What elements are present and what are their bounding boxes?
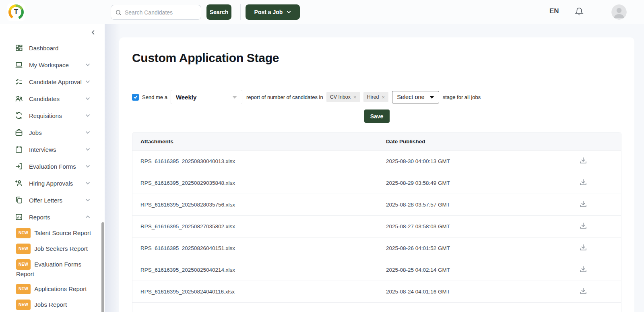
subitem-label: Jobs Report (34, 301, 67, 308)
save-button[interactable]: Save (364, 110, 390, 123)
date-published-value: 2025-08-28 03:57:57 GMT (386, 202, 574, 208)
chevron-down-icon (85, 80, 90, 83)
stage-tag-label: CV Inbox (330, 94, 351, 100)
sidebar-scrollbar[interactable] (101, 222, 104, 312)
sidebar-item-hiring-approvals[interactable]: Hiring Approvals (0, 175, 105, 192)
frequency-value: Weekly (176, 94, 196, 101)
sidebar: Dashboard My Workspace Candidate Approva… (0, 24, 105, 312)
sidebar-subitem-evaluation-forms-report[interactable]: NEWEvaluation Forms Report (16, 259, 99, 279)
sidebar-item-label: Jobs (29, 129, 42, 136)
remove-tag-icon[interactable]: × (353, 94, 357, 100)
sidebar-collapse-button[interactable] (90, 28, 97, 38)
language-selector[interactable]: EN (549, 7, 559, 15)
stage-tag-label: Hired (367, 94, 379, 100)
table-row: RPS_61616395_20250829035848.xlsx 2025-08… (132, 172, 621, 194)
notifications-bell-icon[interactable] (575, 6, 584, 17)
table-row: RPS_61616395_20250828035756.xlsx 2025-08… (132, 194, 621, 216)
sidebar-item-dashboard[interactable]: Dashboard (0, 39, 105, 56)
jobs-icon (15, 128, 23, 136)
table-row: RPS_61616395_20250824040116.xlsx 2025-08… (132, 281, 621, 303)
sidebar-item-label: Interviews (29, 146, 56, 153)
sidebar-item-my-workspace[interactable]: My Workspace (0, 56, 105, 73)
sidebar-item-candidate-approval[interactable]: Candidate Approval (0, 73, 105, 90)
weekly-report-checkbox[interactable] (132, 94, 139, 101)
attachment-file-name: RPS_61616395_20250828035756.xlsx (140, 202, 386, 208)
download-icon[interactable] (577, 220, 590, 233)
main-content: Custom Application Stage Send me a Weekl… (105, 24, 644, 312)
logo-letter: T (11, 7, 21, 17)
stage-tag-hired: Hired × (363, 92, 388, 102)
attachment-file-name: RPS_61616395_20250827035802.xlsx (140, 223, 386, 229)
sidebar-item-jobs[interactable]: Jobs (0, 124, 105, 141)
date-published-value: 2025-08-29 03:58:49 GMT (386, 180, 574, 186)
offer-letters-icon (15, 196, 23, 204)
new-badge: NEW (16, 228, 31, 238)
chevron-down-icon (429, 96, 434, 99)
search-button[interactable]: Search (206, 4, 231, 20)
date-published-value: 2025-08-25 04:02:14 GMT (386, 267, 574, 273)
date-published-value: 2025-08-27 03:58:03 GMT (386, 223, 574, 229)
new-badge: NEW (16, 259, 31, 270)
sidebar-nav-list: Dashboard My Workspace Candidate Approva… (0, 24, 105, 225)
date-published-value: 2025-08-30 04:00:13 GMT (386, 158, 574, 164)
requisitions-icon (15, 112, 23, 120)
download-icon[interactable] (577, 263, 590, 277)
new-badge: NEW (16, 300, 31, 310)
sidebar-item-offer-letters[interactable]: Offer Letters (0, 192, 105, 209)
sidebar-subitem-job-seekers-report[interactable]: NEWJob Seekers Report (16, 244, 99, 254)
chevron-down-icon (85, 114, 90, 117)
sidebar-subitem-talent-source-report[interactable]: NEWTalent Source Report (16, 228, 99, 238)
stage-select-dropdown[interactable]: Select one (392, 91, 439, 103)
top-bar: T Search Post a Job EN (0, 0, 644, 24)
post-a-job-label: Post a Job (254, 9, 283, 15)
attachments-table: Attachments Date Published RPS_61616395_… (132, 132, 621, 312)
table-row: RPS_61616395_20250830040013.xlsx 2025-08… (132, 151, 621, 172)
hiring-approvals-icon (15, 179, 23, 187)
content-card: Custom Application Stage Send me a Weekl… (119, 37, 634, 312)
sidebar-item-label: Offer Letters (29, 197, 62, 204)
download-icon[interactable] (577, 242, 590, 255)
chevron-down-icon (85, 165, 90, 168)
user-avatar[interactable] (611, 4, 627, 20)
download-icon[interactable] (577, 285, 590, 298)
stage-tag-cv-inbox: CV Inbox × (326, 92, 360, 102)
save-row: Save (132, 110, 621, 123)
attachment-file-name: RPS_61616395_20250830040013.xlsx (140, 158, 386, 164)
send-me-a-label: Send me a (142, 94, 167, 100)
evaluation-forms-icon (15, 162, 23, 170)
search-input-wrapper (111, 5, 201, 20)
candidates-icon (15, 95, 23, 103)
chevron-up-icon (85, 215, 90, 219)
workspace-icon (15, 61, 23, 69)
sidebar-item-label: My Workspace (29, 62, 69, 68)
candidate-approval-icon (15, 78, 23, 86)
sidebar-item-candidates[interactable]: Candidates (0, 90, 105, 107)
sidebar-item-requisitions[interactable]: Requisitions (0, 107, 105, 124)
chevron-down-icon (287, 10, 291, 14)
app-logo[interactable]: T (7, 3, 25, 21)
attachment-file-name: RPS_61616395_20250826040151.xlsx (140, 245, 386, 251)
table-row: RPS_61616395_20250826040151.xlsx 2025-08… (132, 238, 621, 259)
download-icon[interactable] (577, 198, 590, 211)
sidebar-item-reports[interactable]: Reports (0, 209, 105, 225)
interviews-icon (15, 145, 23, 153)
sidebar-item-interviews[interactable]: Interviews (0, 141, 105, 158)
page-title: Custom Application Stage (132, 51, 621, 65)
download-icon[interactable] (577, 155, 590, 168)
sidebar-subitem-jobs-report[interactable]: NEWJobs Report (16, 300, 99, 310)
search-input[interactable] (125, 9, 197, 16)
subitem-label: Job Seekers Report (34, 245, 88, 252)
sidebar-item-label: Requisitions (29, 112, 62, 119)
topbar-divider (240, 4, 241, 20)
chevron-down-icon (85, 198, 90, 202)
column-header-attachments: Attachments (140, 138, 386, 145)
reports-submenu: NEWTalent Source Report NEWJob Seekers R… (0, 225, 105, 310)
chevron-left-icon (91, 30, 95, 35)
post-a-job-button[interactable]: Post a Job (246, 4, 300, 20)
attachment-file-name: RPS_61616395_20250829035848.xlsx (140, 180, 386, 186)
sidebar-item-evaluation-forms[interactable]: Evaluation Forms (0, 158, 105, 175)
download-icon[interactable] (577, 176, 590, 190)
sidebar-subitem-applications-report[interactable]: NEWApplications Report (16, 284, 99, 294)
remove-tag-icon[interactable]: × (382, 94, 385, 100)
frequency-dropdown[interactable]: Weekly (171, 90, 242, 104)
